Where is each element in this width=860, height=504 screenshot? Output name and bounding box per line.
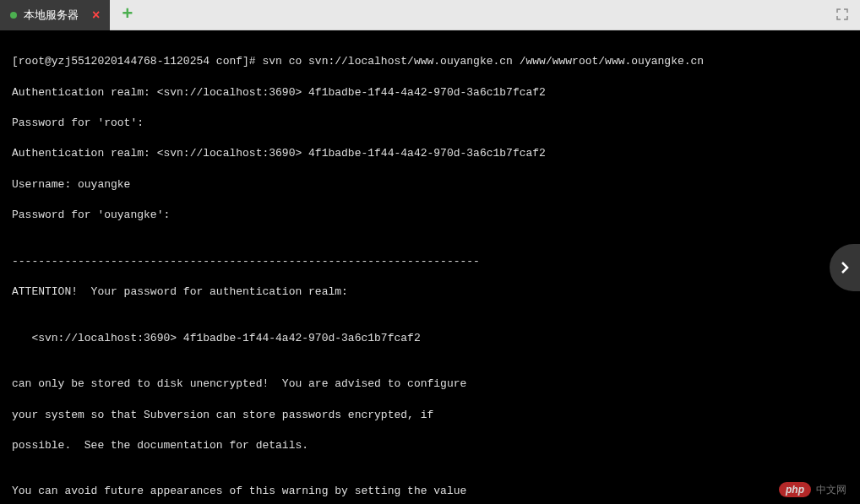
terminal-line: possible. See the documentation for deta…: [12, 438, 848, 453]
tab-local-server[interactable]: 本地服务器 ×: [0, 0, 110, 30]
add-tab-button[interactable]: +: [122, 6, 133, 24]
terminal-line: <svn://localhost:3690> 4f1badbe-1f44-4a4…: [12, 331, 848, 346]
terminal-line: ATTENTION! Your password for authenticat…: [12, 285, 848, 300]
watermark-text: 中文网: [816, 483, 846, 497]
tab-title: 本地服务器: [24, 8, 79, 23]
terminal-line: your system so that Subversion can store…: [12, 408, 848, 423]
watermark: php 中文网: [779, 482, 846, 497]
close-icon[interactable]: ×: [92, 8, 100, 22]
terminal-line: [root@yzj5512020144768-1120254 conf]# sv…: [12, 54, 848, 69]
terminal-line: Password for 'root':: [12, 116, 848, 131]
terminal-line: ----------------------------------------…: [12, 254, 848, 269]
watermark-logo: php: [779, 482, 811, 497]
terminal-line: Password for 'ouyangke':: [12, 208, 848, 223]
terminal-line: Authentication realm: <svn://localhost:3…: [12, 146, 848, 161]
terminal-output[interactable]: [root@yzj5512020144768-1120254 conf]# sv…: [0, 30, 860, 504]
terminal-line: Authentication realm: <svn://localhost:3…: [12, 85, 848, 100]
status-dot-icon: [10, 12, 17, 19]
terminal-line: Username: ouyangke: [12, 177, 848, 192]
tab-bar: 本地服务器 × +: [0, 0, 860, 30]
fullscreen-icon[interactable]: [836, 8, 848, 20]
terminal-line: can only be stored to disk unencrypted! …: [12, 377, 848, 392]
terminal-line: You can avoid future appearances of this…: [12, 484, 848, 499]
